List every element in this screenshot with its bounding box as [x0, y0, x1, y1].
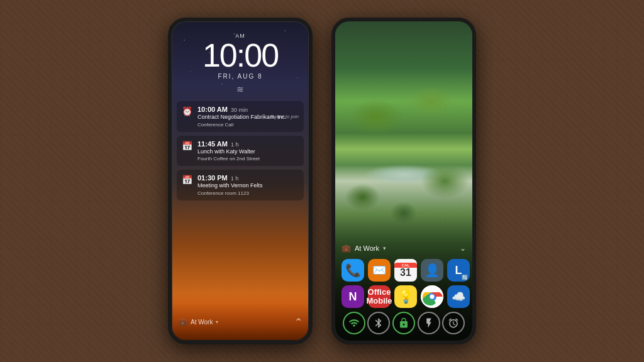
expand-icon[interactable]: ⌃ — [294, 316, 303, 328]
flashlight-icon — [423, 317, 435, 329]
right-top-bar: 💼 At Work ▾ ⌄ — [341, 244, 466, 253]
onenote-app-icon[interactable]: N — [341, 285, 364, 308]
apps-row-1: 📞 ✉️ CAL 31 👤 L 🔄 — [341, 259, 466, 282]
chevron-down-icon[interactable]: ⌄ — [460, 244, 466, 253]
calendar-icon: 📅 — [182, 141, 192, 151]
briefcase-icon: 💼 — [178, 317, 187, 326]
notif-content: 01:30 PM 1 h Meeting with Vernon Felts C… — [197, 174, 299, 196]
launcher-letter: L — [455, 264, 462, 277]
notification-item[interactable]: 📅 11:45 AM 1 h Lunch with Katy Walter Fo… — [177, 136, 304, 167]
quick-settings-row — [341, 312, 466, 334]
notification-item[interactable]: ⏰ 10:00 AM 30 min Contract Negotiation F… — [177, 101, 304, 132]
calendar-icon: ⏰ — [182, 106, 192, 116]
svg-point-3 — [430, 295, 435, 299]
notif-time: 10:00 AM — [197, 106, 228, 113]
phone-app-icon[interactable]: 📞 — [341, 259, 364, 282]
flashlight-toggle[interactable] — [418, 312, 440, 334]
right-content-area: 💼 At Work ▾ ⌄ 📞 ✉️ CAL 31 👤 — [335, 239, 472, 341]
person-icon: 👤 — [425, 263, 440, 278]
dropdown-arrow-icon: ▾ — [216, 319, 218, 325]
clock-time: 10:00 — [172, 39, 309, 72]
clock-ampm: AM — [172, 33, 309, 39]
dropdown-arrow-icon: ▾ — [383, 245, 386, 251]
lock-icon — [398, 317, 409, 329]
calendar-icon: 📅 — [182, 175, 192, 185]
swipe-label: Swipe to join — [270, 114, 299, 119]
notification-item[interactable]: 📅 01:30 PM 1 h Meeting with Vernon Felts… — [177, 170, 304, 200]
scroll-chevron: ≋ — [172, 85, 309, 94]
notif-duration: 1 h — [231, 175, 239, 182]
office-icon: OfficeMobile — [366, 288, 392, 306]
notes-app-icon[interactable]: 💡 — [394, 285, 417, 308]
at-work-label: At Work — [191, 319, 213, 326]
chrome-app-icon[interactable] — [421, 285, 443, 308]
lock-toggle[interactable] — [392, 312, 415, 334]
mail-app-icon[interactable]: ✉️ — [368, 259, 391, 282]
calendar-app-icon[interactable]: CAL 31 — [394, 259, 417, 282]
notif-title: Meeting with Vernon Felts — [197, 182, 299, 190]
mail-icon: ✉️ — [372, 263, 386, 277]
notif-subtitle: Fourth Coffee on 2nd Street — [197, 156, 299, 162]
notif-time: 01:30 PM — [197, 174, 228, 182]
alarm-toggle[interactable] — [442, 312, 465, 334]
bluetooth-toggle[interactable] — [367, 312, 390, 334]
left-phone: AM 10:00 FRI, AUG 8 ≋ ⏰ 10:00 AM 30 min … — [168, 18, 313, 344]
phone-icon: 📞 — [345, 263, 361, 278]
sync-icon: 🔄 — [462, 275, 468, 280]
bluetooth-icon — [373, 317, 384, 329]
contacts-app-icon[interactable]: 👤 — [421, 259, 443, 282]
office-app-icon[interactable]: OfficeMobile — [368, 285, 391, 308]
onedrive-app-icon[interactable]: ☁️ — [447, 285, 470, 308]
clock-area: AM 10:00 FRI, AUG 8 ≋ — [172, 21, 309, 94]
onenote-icon: N — [349, 290, 357, 304]
onedrive-icon: ☁️ — [452, 290, 465, 304]
notif-subtitle: Conference room 1123 — [197, 190, 299, 196]
notif-title: Lunch with Katy Walter — [197, 148, 299, 156]
briefcase-icon: 💼 — [341, 244, 351, 253]
alarm-icon — [448, 317, 459, 329]
at-work-section[interactable]: 💼 At Work ▾ — [178, 317, 294, 326]
right-phone: 💼 At Work ▾ ⌄ 📞 ✉️ CAL 31 👤 — [331, 18, 476, 344]
at-work-label: At Work — [355, 244, 379, 252]
notifications-list: ⏰ 10:00 AM 30 min Contract Negotiation F… — [172, 101, 309, 200]
notif-subtitle: Conference Call — [197, 122, 299, 128]
notif-duration: 30 min — [231, 107, 248, 113]
calendar-date: 31 — [400, 268, 411, 278]
clock-date: FRI, AUG 8 — [172, 73, 309, 80]
bottom-bar: 💼 At Work ▾ ⌃ — [172, 303, 309, 341]
notif-duration: 1 h — [231, 141, 239, 148]
wifi-icon — [348, 317, 360, 329]
notif-time: 11:45 AM — [197, 140, 228, 148]
notif-content: 11:45 AM 1 h Lunch with Katy Walter Four… — [197, 140, 299, 162]
lightbulb-icon: 💡 — [398, 289, 414, 304]
chrome-svg — [421, 285, 443, 308]
wifi-toggle[interactable] — [343, 312, 365, 334]
launcher-app-icon[interactable]: L 🔄 — [447, 259, 470, 282]
apps-row-2: N OfficeMobile 💡 — [341, 285, 466, 308]
